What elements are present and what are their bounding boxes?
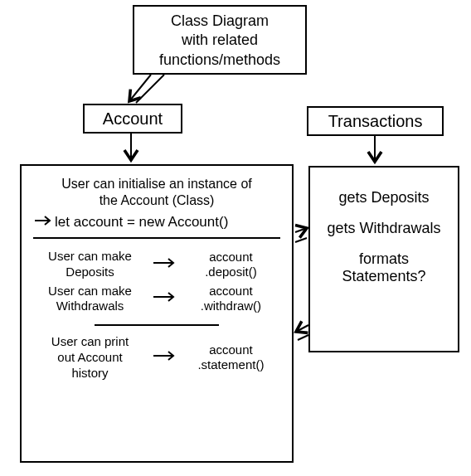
t: User can make xyxy=(48,284,132,298)
svg-line-5 xyxy=(136,75,164,103)
title-line3: functions/methods xyxy=(141,51,299,70)
t: out Account xyxy=(57,350,122,364)
t: Deposits xyxy=(66,265,114,279)
account-init-code-row: let account = new Account() xyxy=(33,214,280,231)
t: .withdraw() xyxy=(201,299,261,313)
t: account xyxy=(209,250,253,264)
account-class-body: User can initialise an instance of the A… xyxy=(20,164,294,463)
t: Withdrawals xyxy=(56,299,124,313)
t: history xyxy=(71,366,108,380)
method-desc: User can print out Account history xyxy=(33,334,147,381)
svg-line-8 xyxy=(295,228,307,232)
t: .statement() xyxy=(197,357,264,372)
account-method-withdraw: User can make Withdrawals account .withd… xyxy=(33,284,280,315)
arrow-inline-icon xyxy=(152,257,177,272)
title-box: Class Diagram with related functions/met… xyxy=(133,5,307,75)
account-init-desc-b: the Account (Class) xyxy=(100,193,215,207)
transactions-class-label: Transactions xyxy=(307,106,444,136)
account-init-desc: User can initialise an instance of the A… xyxy=(33,176,280,209)
arrow-inline-icon xyxy=(152,350,177,365)
t: account xyxy=(209,342,253,357)
t: User can print xyxy=(51,334,129,348)
account-init-code: let account = new Account() xyxy=(55,214,228,230)
account-class-label-text: Account xyxy=(103,109,163,128)
account-class-label: Account xyxy=(83,104,182,134)
diagram-stage: Class Diagram with related functions/met… xyxy=(0,0,471,476)
divider-minor xyxy=(95,324,219,326)
arrow-inline-icon xyxy=(33,214,55,231)
title-line1: Class Diagram xyxy=(141,12,299,31)
svg-line-11 xyxy=(298,335,308,340)
divider-major xyxy=(33,237,280,239)
method-code: account .deposit() xyxy=(182,250,280,279)
t: account xyxy=(209,284,253,298)
title-line2: with related xyxy=(141,31,299,50)
transactions-line-1: gets Deposits xyxy=(315,189,453,206)
transactions-line-4: Statements? xyxy=(315,268,453,285)
t: User can make xyxy=(48,249,132,263)
svg-line-9 xyxy=(295,238,307,242)
method-desc: User can make Deposits xyxy=(33,249,147,280)
method-code: account .statement() xyxy=(182,342,280,372)
account-method-statement: User can print out Account history accou… xyxy=(33,334,280,381)
account-method-deposit: User can make Deposits account .deposit(… xyxy=(33,249,280,280)
transactions-class-body: gets Deposits gets Withdrawals formats S… xyxy=(308,166,459,352)
t: .deposit() xyxy=(205,265,257,279)
svg-line-4 xyxy=(129,75,151,101)
transactions-class-label-text: Transactions xyxy=(328,112,423,130)
transactions-line-2: gets Withdrawals xyxy=(315,220,453,237)
method-desc: User can make Withdrawals xyxy=(33,284,147,315)
transactions-line-3: formats xyxy=(315,250,453,268)
svg-line-10 xyxy=(296,325,308,332)
method-code: account .withdraw() xyxy=(182,284,280,313)
account-init-desc-a: User can initialise an instance of xyxy=(61,177,251,191)
arrow-inline-icon xyxy=(152,291,177,306)
